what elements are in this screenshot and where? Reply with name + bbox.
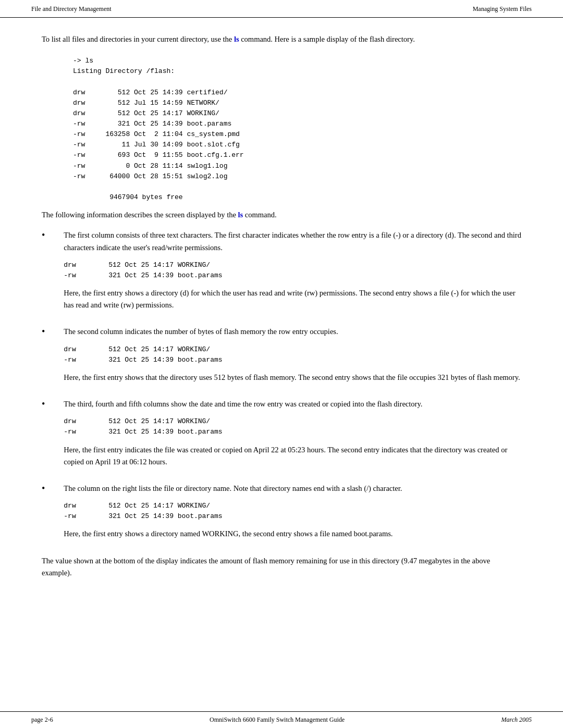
bullet-dot-4: •: [42, 482, 45, 496]
bullet-content-2: The second column indicates the number o…: [64, 326, 520, 389]
bullet-follow-2: Here, the first entry shows that the dir…: [64, 372, 520, 384]
footer-page-number: page 2-6: [31, 716, 53, 724]
intro-cmd-link[interactable]: ls: [234, 35, 239, 43]
bullet-code-4: drw 512 Oct 25 14:17 WORKING/ -rw 321 Oc…: [64, 501, 402, 522]
bullet-code-1: drw 512 Oct 25 14:17 WORKING/ -rw 321 Oc…: [64, 260, 521, 281]
following-paragraph: The following information describes the …: [42, 209, 521, 221]
intro-text-before: To list all files and directories in you…: [42, 35, 234, 43]
bullet-follow-3: Here, the first entry indicates the file…: [64, 444, 521, 468]
bullet-follow-1: Here, the first entry shows a directory …: [64, 287, 521, 311]
bullet-item-4: • The column on the right lists the file…: [42, 483, 521, 546]
bullet-dot-3: •: [42, 397, 45, 411]
closing-paragraph: The value shown at the bottom of the dis…: [42, 555, 521, 579]
bullet-section: • The first column consists of three tex…: [42, 229, 521, 545]
bullet-item-1: • The first column consists of three tex…: [42, 229, 521, 316]
page-footer: page 2-6 OmniSwitch 6600 Family Switch M…: [0, 711, 563, 728]
header-right: Managing System Files: [473, 5, 532, 13]
main-content: To list all files and directories in you…: [0, 18, 563, 602]
bullet-content-3: The third, fourth and fifth columns show…: [64, 398, 521, 473]
bullet-code-2: drw 512 Oct 25 14:17 WORKING/ -rw 321 Oc…: [64, 344, 520, 365]
bullet-text-2: The second column indicates the number o…: [64, 327, 338, 336]
bullet-content-1: The first column consists of three text …: [64, 229, 521, 316]
bullet-code-3: drw 512 Oct 25 14:17 WORKING/ -rw 321 Oc…: [64, 416, 521, 437]
following-text-after: command.: [243, 211, 276, 219]
bullet-text-4: The column on the right lists the file o…: [64, 484, 402, 492]
bullet-text-3: The third, fourth and fifth columns show…: [64, 400, 422, 408]
bullet-text-1: The first column consists of three text …: [64, 231, 521, 251]
following-text-before: The following information describes the …: [42, 211, 238, 219]
intro-text-after: command. Here is a sample display of the…: [239, 35, 415, 43]
footer-title: OmniSwitch 6600 Family Switch Management…: [210, 716, 345, 724]
bullet-content-4: The column on the right lists the file o…: [64, 483, 402, 546]
footer-date: March 2005: [501, 716, 532, 724]
bullet-item-2: • The second column indicates the number…: [42, 326, 521, 389]
main-code-block: -> ls Listing Directory /flash: drw 512 …: [73, 56, 521, 203]
page: File and Directory Management Managing S…: [0, 0, 563, 728]
bullet-follow-4: Here, the first entry shows a directory …: [64, 528, 402, 540]
following-cmd-link[interactable]: ls: [238, 211, 243, 219]
bullet-dot-2: •: [42, 325, 45, 339]
bullet-dot-1: •: [42, 228, 45, 242]
intro-paragraph: To list all files and directories in you…: [42, 33, 521, 45]
bullet-item-3: • The third, fourth and fifth columns sh…: [42, 398, 521, 473]
header-left: File and Directory Management: [31, 5, 112, 13]
page-header: File and Directory Management Managing S…: [0, 0, 563, 18]
